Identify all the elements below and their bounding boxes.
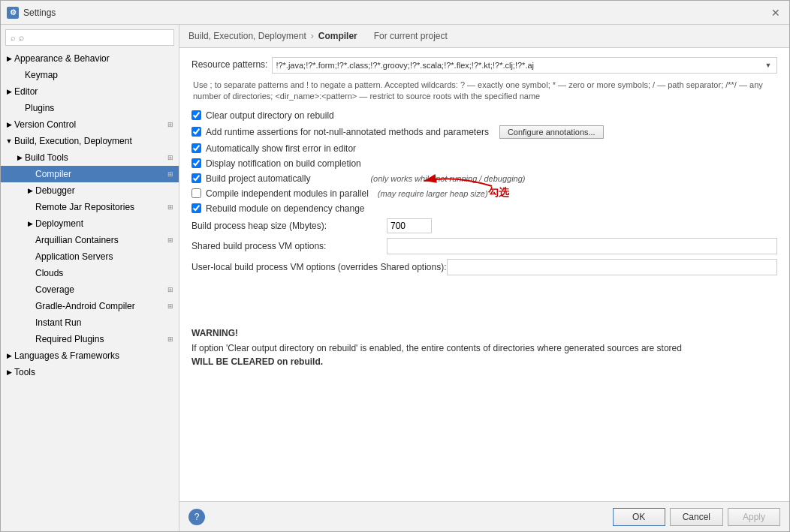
sidebar-item-label: Debugger — [35, 185, 176, 196]
show-first-error-checkbox[interactable] — [191, 143, 201, 153]
compile-parallel-label: Compile independent modules in parallel — [206, 188, 369, 199]
sidebar-item-remote-jar[interactable]: Remote Jar Repositories ⊞ — [1, 199, 179, 215]
arrow-spacer — [25, 284, 35, 295]
search-box[interactable]: ⌕ — [5, 29, 174, 46]
runtime-assertions-checkbox[interactable] — [191, 127, 201, 137]
show-first-error-label: Automatically show first error in editor — [206, 143, 356, 154]
breadcrumb-bar: Build, Execution, Deployment › Compiler … — [179, 25, 789, 48]
sidebar-item-required-plugins[interactable]: Required Plugins ⊞ — [1, 331, 179, 347]
help-button[interactable]: ? — [188, 509, 205, 525]
sidebar-item-label: Plugins — [25, 103, 176, 113]
resource-patterns-help: Use ; to separate patterns and ! to nega… — [191, 80, 777, 103]
user-vm-label: User-local build process VM options (ove… — [191, 262, 447, 272]
clear-output-checkbox[interactable] — [191, 110, 201, 120]
compile-parallel-note: (may require larger heap size) — [378, 189, 488, 198]
arrow-spacer — [25, 202, 35, 212]
show-first-error-row: Automatically show first error in editor — [191, 143, 777, 154]
sidebar-item-keymap[interactable]: Keymap — [1, 67, 179, 83]
resource-patterns-label: Resource patterns: — [191, 57, 267, 70]
cancel-button[interactable]: Cancel — [670, 508, 723, 526]
sidebar-item-clouds[interactable]: Clouds — [1, 265, 179, 281]
sidebar-item-instant-run[interactable]: Instant Run — [1, 314, 179, 331]
build-auto-checkbox[interactable] — [191, 173, 201, 183]
arrow-spacer — [25, 301, 35, 311]
user-vm-row: User-local build process VM options (ove… — [191, 259, 777, 275]
compiler-settings: Resource patterns: !?*.java;!?*.form;!?*… — [179, 48, 789, 501]
sidebar-item-gradle-android[interactable]: Gradle-Android Compiler ⊞ — [1, 298, 179, 314]
display-notification-row: Display notification on build completion — [191, 158, 777, 169]
heap-size-input[interactable] — [387, 218, 432, 233]
compile-parallel-checkbox-row: Compile independent modules in parallel — [191, 188, 369, 199]
sidebar-item-editor[interactable]: ▶ Editor — [1, 83, 179, 100]
arrow-spacer — [25, 251, 35, 262]
main-content: ⌕ ▶ Appearance & Behavior Keymap ▶ Edito… — [1, 25, 789, 531]
breadcrumb-separator: › — [311, 31, 314, 41]
runtime-assertions-label: Add runtime assertions for not-null-anno… — [206, 127, 489, 137]
sidebar-item-plugins[interactable]: Plugins — [1, 100, 179, 116]
app-icon: ⚙ — [7, 7, 19, 19]
badge-icon: ⊞ — [165, 334, 176, 344]
rebuild-dependency-checkbox[interactable] — [191, 203, 201, 213]
settings-window: ⚙ Settings ✕ ⌕ ▶ Appearance & Behavior K… — [0, 0, 790, 532]
arrow-icon: ▶ — [4, 350, 14, 361]
display-notification-checkbox[interactable] — [191, 158, 201, 168]
sidebar-item-label: Coverage — [35, 284, 165, 295]
shared-vm-row: Shared build process VM options: — [191, 238, 777, 254]
sidebar-item-arquillian[interactable]: Arquillian Containers ⊞ — [1, 232, 179, 248]
badge-icon: ⊞ — [165, 169, 176, 179]
search-input[interactable] — [19, 32, 169, 43]
shared-vm-input[interactable] — [387, 238, 777, 254]
badge-icon: ⊞ — [165, 284, 176, 295]
scroll-right-icon[interactable]: ▼ — [763, 62, 773, 69]
apply-button[interactable]: Apply — [728, 508, 780, 526]
for-current-project-link[interactable]: For current project — [374, 31, 448, 41]
close-button[interactable]: ✕ — [768, 5, 783, 20]
breadcrumb-current: Compiler — [318, 31, 357, 41]
sidebar-item-label: Appearance & Behavior — [14, 53, 176, 64]
sidebar-item-label: Languages & Frameworks — [14, 350, 176, 361]
main-panel: Build, Execution, Deployment › Compiler … — [179, 25, 789, 531]
user-vm-input[interactable] — [447, 259, 778, 275]
sidebar-item-build-execution[interactable]: ▼ Build, Execution, Deployment — [1, 133, 179, 149]
badge-icon: ⊞ — [165, 152, 176, 163]
build-auto-checkbox-row: Build project automatically — [191, 173, 310, 184]
sidebar-item-languages[interactable]: ▶ Languages & Frameworks — [1, 347, 179, 364]
bottom-bar: ? OK Cancel Apply — [179, 501, 789, 531]
sidebar-item-appearance[interactable]: ▶ Appearance & Behavior — [1, 50, 179, 67]
warning-text-line1: If option 'Clear output directory on reb… — [191, 343, 682, 353]
configure-annotations-button[interactable]: Configure annotations... — [499, 125, 604, 139]
arrow-icon: ▶ — [25, 218, 35, 229]
arrow-icon: ▶ — [4, 367, 14, 377]
breadcrumb-path: Build, Execution, Deployment — [188, 31, 306, 41]
shared-vm-label: Shared build process VM options: — [191, 241, 387, 251]
resource-patterns-input[interactable]: !?*.java;!?*.form;!?*.class;!?*.groovy;!… — [272, 57, 777, 74]
badge-icon: ⊞ — [165, 119, 176, 130]
sidebar-item-label: Clouds — [35, 268, 176, 278]
sidebar-item-deployment[interactable]: ▶ Deployment — [1, 215, 179, 232]
sidebar-item-label: Deployment — [35, 218, 176, 229]
warning-text-line2: WILL BE CLEARED on rebuild. — [191, 356, 323, 367]
arrow-spacer — [25, 169, 35, 179]
sidebar-item-label: Application Servers — [35, 251, 176, 262]
search-icon: ⌕ — [11, 33, 16, 42]
arrow-icon: ▶ — [14, 152, 25, 163]
sidebar-item-tools[interactable]: ▶ Tools — [1, 364, 179, 380]
sidebar-item-label: Version Control — [14, 119, 165, 130]
compile-parallel-checkbox[interactable] — [191, 188, 201, 198]
arrow-spacer — [25, 268, 35, 278]
sidebar-item-compiler[interactable]: Compiler ⊞ — [1, 166, 179, 182]
sidebar-item-coverage[interactable]: Coverage ⊞ — [1, 281, 179, 298]
rebuild-dependency-row: Rebuild module on dependency change — [191, 203, 777, 214]
sidebar-item-app-servers[interactable]: Application Servers — [1, 248, 179, 265]
arrow-icon: ▼ — [4, 136, 14, 146]
ok-button[interactable]: OK — [613, 508, 665, 526]
sidebar-item-label: Required Plugins — [35, 334, 165, 344]
sidebar-item-version-control[interactable]: ▶ Version Control ⊞ — [1, 116, 179, 133]
resource-patterns-value: !?*.java;!?*.form;!?*.class;!?*.groovy;!… — [276, 61, 763, 70]
arrow-icon: ▶ — [25, 185, 35, 196]
sidebar-item-build-tools[interactable]: ▶ Build Tools ⊞ — [1, 149, 179, 166]
sidebar-item-debugger[interactable]: ▶ Debugger — [1, 182, 179, 199]
heap-size-label: Build process heap size (Mbytes): — [191, 221, 387, 231]
arrow-spacer — [14, 103, 25, 113]
window-title: Settings — [23, 8, 56, 18]
